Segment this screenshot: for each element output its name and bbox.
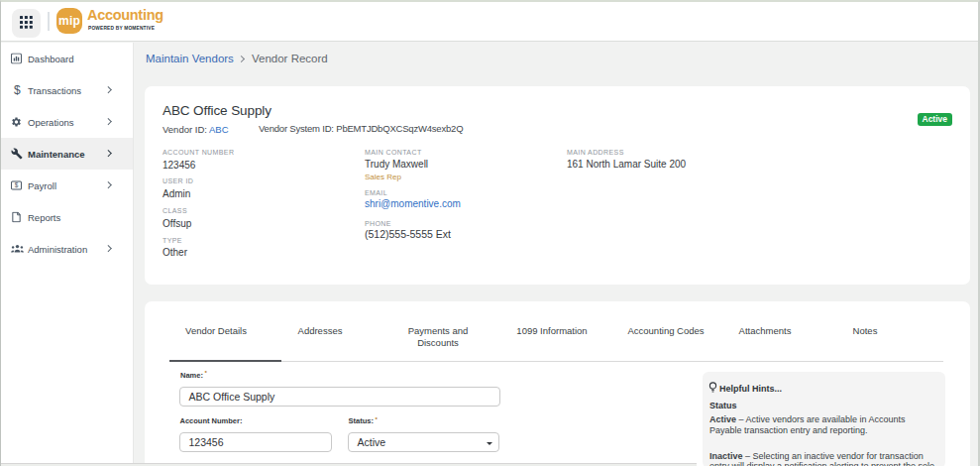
svg-text:$: $: [15, 181, 19, 188]
